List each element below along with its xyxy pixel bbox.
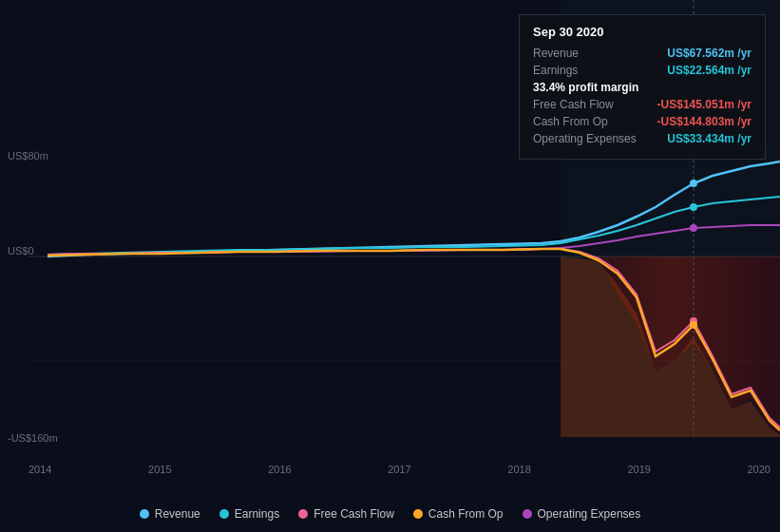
legend-label-revenue: Revenue xyxy=(155,507,200,521)
legend-item-fcf[interactable]: Free Cash Flow xyxy=(298,507,394,521)
tooltip-box: Sep 30 2020 Revenue US$67.562m /yr Earni… xyxy=(519,14,766,160)
svg-point-6 xyxy=(690,180,697,187)
legend-item-revenue[interactable]: Revenue xyxy=(140,507,200,521)
legend-label-earnings: Earnings xyxy=(235,507,279,521)
x-label-2018: 2018 xyxy=(507,464,530,475)
legend-item-opex[interactable]: Operating Expenses xyxy=(523,507,641,521)
svg-point-10 xyxy=(690,321,697,329)
x-label-2016: 2016 xyxy=(268,464,291,475)
legend-label-fcf: Free Cash Flow xyxy=(314,507,394,521)
tooltip-value-opex: US$33.434m /yr xyxy=(667,132,751,145)
legend: Revenue Earnings Free Cash Flow Cash Fro… xyxy=(0,507,780,521)
x-label-2020: 2020 xyxy=(747,464,770,475)
tooltip-row-earnings: Earnings US$22.564m /yr xyxy=(533,64,751,77)
legend-dot-earnings xyxy=(219,509,229,519)
tooltip-label-fcf: Free Cash Flow xyxy=(533,98,637,111)
legend-dot-opex xyxy=(523,509,532,519)
tooltip-value-fcf: -US$145.051m /yr xyxy=(657,98,751,111)
legend-label-cashop: Cash From Op xyxy=(428,507,504,521)
svg-point-7 xyxy=(690,203,697,211)
tooltip-row-revenue: Revenue US$67.562m /yr xyxy=(533,47,751,60)
profit-margin: 33.4% profit margin xyxy=(533,81,751,94)
tooltip-label-cashop: Cash From Op xyxy=(533,115,637,128)
legend-dot-cashop xyxy=(413,509,423,519)
x-label-2017: 2017 xyxy=(388,464,410,475)
legend-dot-revenue xyxy=(140,509,149,519)
legend-item-earnings[interactable]: Earnings xyxy=(219,507,279,521)
tooltip-label-revenue: Revenue xyxy=(533,47,637,60)
svg-point-8 xyxy=(690,224,697,232)
legend-dot-fcf xyxy=(298,509,308,519)
tooltip-value-earnings: US$22.564m /yr xyxy=(667,64,751,77)
tooltip-label-opex: Operating Expenses xyxy=(533,132,637,145)
tooltip-title: Sep 30 2020 xyxy=(533,25,751,39)
tooltip-row-cashop: Cash From Op -US$144.803m /yr xyxy=(533,115,751,128)
legend-item-cashop[interactable]: Cash From Op xyxy=(413,507,504,521)
tooltip-row-fcf: Free Cash Flow -US$145.051m /yr xyxy=(533,98,751,111)
tooltip-value-cashop: -US$144.803m /yr xyxy=(657,115,751,128)
x-label-2015: 2015 xyxy=(148,464,171,475)
x-axis: 2014 2015 2016 2017 2018 2019 2020 xyxy=(29,464,770,475)
tooltip-label-earnings: Earnings xyxy=(533,64,637,77)
chart-container: Sep 30 2020 Revenue US$67.562m /yr Earni… xyxy=(0,0,780,532)
x-label-2019: 2019 xyxy=(627,464,650,475)
tooltip-row-opex: Operating Expenses US$33.434m /yr xyxy=(533,132,751,145)
x-label-2014: 2014 xyxy=(29,464,51,475)
legend-label-opex: Operating Expenses xyxy=(538,507,641,521)
tooltip-value-revenue: US$67.562m /yr xyxy=(667,47,751,60)
